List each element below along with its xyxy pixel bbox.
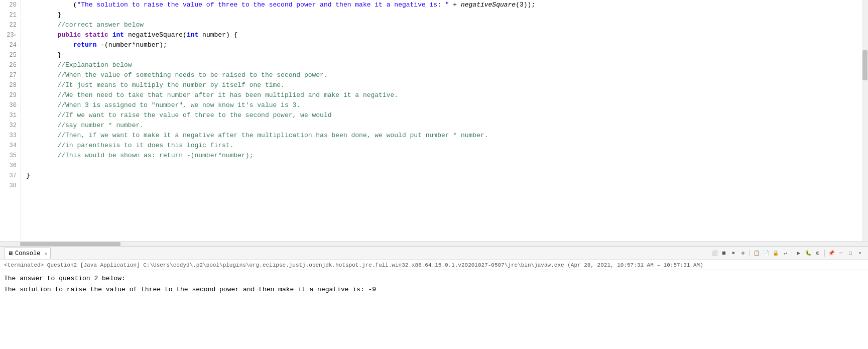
code-line [26, 181, 862, 191]
line-number: 20 [2, 0, 17, 10]
terminated-text: <terminated> Question2 [Java Application… [4, 262, 703, 268]
remove-all-icon[interactable]: ⊗ [739, 249, 747, 257]
horizontal-scrollbar[interactable] [0, 241, 868, 246]
line-number: 26 [2, 60, 17, 70]
vertical-scrollbar[interactable] [862, 0, 868, 241]
terminated-bar: <terminated> Question2 [Java Application… [0, 260, 868, 270]
maximize-icon[interactable]: □ [846, 249, 854, 257]
console-close-icon[interactable]: ✕ [44, 251, 47, 257]
line-number: 31 [2, 110, 17, 121]
code-line: //When 3 is assigned to "number", we now… [26, 100, 862, 110]
separator1 [750, 250, 750, 257]
line-number: 35 [2, 151, 17, 161]
line-number: 24 [2, 40, 17, 50]
minimize-icon[interactable]: ─ [837, 249, 845, 257]
code-line: //If we want to raise the value of three… [26, 110, 862, 121]
line-number: 36 [2, 161, 17, 171]
line-number: 37 [2, 171, 17, 181]
line-number: 32 [2, 121, 17, 131]
code-line: public static int negativeSquare(int num… [26, 30, 862, 40]
copy-icon[interactable]: 📋 [753, 249, 761, 257]
output-line: The solution to raise the value of three… [4, 284, 864, 295]
pin-icon[interactable]: 📌 [827, 249, 835, 257]
line-number: 25 [2, 50, 17, 60]
h-scrollbar-thumb[interactable] [20, 242, 120, 246]
code-line: //Then, if we want to make it a negative… [26, 131, 862, 141]
code-line: } [26, 10, 862, 20]
line-number: 29 [2, 90, 17, 100]
code-content[interactable]: ("The solution to raise the value of thr… [21, 0, 862, 241]
line-number: 27 [2, 70, 17, 80]
code-line: //When the value of something needs to b… [26, 70, 862, 80]
clear-console-icon[interactable]: ⬜ [710, 249, 718, 257]
console-output: The answer to question 2 below:The solut… [0, 270, 868, 298]
open-console-icon[interactable]: ⊞ [814, 249, 822, 257]
console-panel: 🖥 Console ✕ ⬜ ⏹ ✖ ⊗ 📋 📄 🔒 ↵ ▶ 🐛 ⊞ 📌 ─ □ … [0, 246, 868, 298]
remove-launch-icon[interactable]: ✖ [729, 249, 737, 257]
console-icon: 🖥 [8, 250, 13, 257]
code-line: return -(number*number); [26, 40, 862, 50]
scrollbar-thumb[interactable] [862, 50, 867, 80]
paste-icon[interactable]: 📄 [762, 249, 770, 257]
debug-icon[interactable]: 🐛 [804, 249, 812, 257]
code-line: } [26, 171, 862, 181]
console-tab-label: Console [15, 250, 40, 257]
line-number: 38 [2, 181, 17, 191]
console-header: 🖥 Console ✕ ⬜ ⏹ ✖ ⊗ 📋 📄 🔒 ↵ ▶ 🐛 ⊞ 📌 ─ □ … [0, 246, 868, 260]
line-number: 33 [2, 131, 17, 141]
code-line [26, 161, 862, 171]
word-wrap-icon[interactable]: ↵ [781, 249, 789, 257]
code-line: //correct answer below [26, 20, 862, 30]
line-number: 28 [2, 80, 17, 90]
line-number: 23○ [2, 30, 17, 40]
code-line: //We then need to take that number after… [26, 90, 862, 100]
view-menu-icon[interactable]: ▾ [856, 249, 864, 257]
scroll-lock-icon[interactable]: 🔒 [772, 249, 780, 257]
editor-area: 20212223○242526272829303132333435363738 … [0, 0, 868, 241]
code-line: //Explanation below [26, 60, 862, 70]
terminate-icon[interactable]: ⏹ [720, 249, 728, 257]
code-line: //say number * number. [26, 121, 862, 131]
code-line: //It just means to multiply the number b… [26, 80, 862, 90]
line-number: 22 [2, 20, 17, 30]
run-icon[interactable]: ▶ [795, 249, 803, 257]
code-line: ("The solution to raise the value of thr… [26, 0, 862, 10]
line-number: 30 [2, 100, 17, 110]
line-number: 21 [2, 10, 17, 20]
separator2 [792, 250, 792, 257]
console-toolbar: ⬜ ⏹ ✖ ⊗ 📋 📄 🔒 ↵ ▶ 🐛 ⊞ 📌 ─ □ ▾ [710, 249, 864, 257]
line-number: 34 [2, 141, 17, 151]
separator3 [824, 250, 825, 257]
console-tab[interactable]: 🖥 Console ✕ [4, 248, 51, 259]
output-line: The answer to question 2 below: [4, 273, 864, 284]
line-numbers: 20212223○242526272829303132333435363738 [0, 0, 21, 241]
code-line: } [26, 50, 862, 60]
code-line: //This would be shown as: return -(numbe… [26, 151, 862, 161]
code-line: //in parenthesis to it does this logic f… [26, 141, 862, 151]
